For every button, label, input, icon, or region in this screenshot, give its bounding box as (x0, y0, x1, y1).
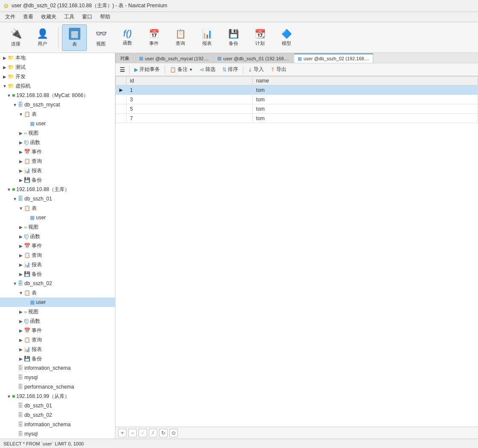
queries-02-label: 查询 (32, 336, 42, 344)
sidebar-item-reports-02[interactable]: ▶ 📊 报表 (0, 345, 115, 354)
cell-name-2[interactable]: tom (253, 95, 478, 104)
tab-user-02[interactable]: ▦ user @db_sszh_02 (192.168.... (294, 53, 373, 63)
sidebar-item-server-master[interactable]: ▼ ■ 192.168.10.88（主库） (0, 185, 115, 194)
sidebar-item-reports-01[interactable]: ▶ 📊 报表 (0, 260, 115, 269)
sidebar-item-db-mycat[interactable]: ▼ 🗄 db_sszh_mycat (0, 100, 115, 109)
sidebar-item-local[interactable]: ▶ 📁 本地 (0, 53, 115, 62)
cell-name-4[interactable]: tom (253, 114, 478, 123)
sidebar-item-funcs-02[interactable]: ▶ f() 函数 (0, 316, 115, 326)
query-button[interactable]: 📋 查询 (168, 24, 193, 51)
cancel-button[interactable]: ✗ (149, 429, 157, 437)
views-icon-01: ∞ (24, 225, 27, 230)
sidebar-item-queries-02[interactable]: ▶ 📋 查询 (0, 335, 115, 345)
event-icon: 📅 (149, 29, 159, 39)
table-row[interactable]: 5 tom (116, 104, 478, 114)
event-button[interactable]: 📅 事件 (142, 24, 166, 51)
filter-button[interactable]: ⊲ 筛选 (197, 65, 218, 75)
col-id[interactable]: id (127, 77, 253, 85)
sidebar-item-queries-01[interactable]: ▶ 📋 查询 (0, 251, 115, 260)
table-row[interactable]: ▶ 1 tom (116, 85, 478, 95)
sort-button[interactable]: ⇅ 排序 (219, 65, 241, 75)
sidebar-item-views-mycat[interactable]: ▶ ∞ 视图 (0, 128, 115, 138)
sidebar-item-db-02[interactable]: ▼ 🗄 db_sszh_02 (0, 279, 115, 288)
sidebar-item-tables-mycat[interactable]: ▼ 📋 表 (0, 109, 115, 119)
connect-button[interactable]: 🔌 连接 (3, 24, 28, 51)
sidebar-item-vm[interactable]: ▼ 📁 虚拟机 (0, 81, 115, 91)
sidebar-item-backup-01[interactable]: ▶ 💾 备份 (0, 269, 115, 279)
sidebar-item-slave-db01[interactable]: 🗄 db_sszh_01 (0, 401, 115, 410)
menu-file[interactable]: 文件 (2, 12, 19, 21)
notes-button[interactable]: 📋 备注 ▼ (167, 65, 196, 75)
reports-icon-01: 📊 (24, 262, 30, 268)
sidebar-item-funcs-01[interactable]: ▶ f() 函数 (0, 232, 115, 241)
table-button[interactable]: ▦ 表 (62, 24, 87, 51)
sidebar-item-slave-info[interactable]: 🗄 information_schema (0, 420, 115, 429)
report-button[interactable]: 📊 报表 (195, 24, 219, 51)
report-label: 报表 (202, 40, 212, 47)
sidebar-item-test[interactable]: ▶ 📁 测试 (0, 62, 115, 72)
table-row[interactable]: 7 tom (116, 114, 478, 123)
sidebar-item-reports-mycat[interactable]: ▶ 📊 报表 (0, 166, 115, 175)
sidebar-item-user-mycat[interactable]: ▦ user (0, 119, 115, 128)
cell-id-3[interactable]: 5 (127, 104, 253, 114)
tab-user-mycat[interactable]: ▦ user @db_sszh_mycat (192.... (135, 53, 212, 63)
expand-arrow-reports-02: ▶ (18, 347, 24, 352)
col-name[interactable]: name (253, 77, 478, 85)
import-button[interactable]: ⤓ 导入 (245, 65, 267, 75)
menu-favorites[interactable]: 收藏夹 (38, 12, 60, 21)
sidebar-item-backup-mycat[interactable]: ▶ 💾 备份 (0, 175, 115, 185)
sidebar-item-funcs-mycat[interactable]: ▶ f() 函数 (0, 138, 115, 147)
menu-tools[interactable]: 工具 (61, 12, 78, 21)
col-indicator (116, 77, 127, 85)
sidebar-item-user-01[interactable]: ▦ user (0, 213, 115, 222)
sidebar-item-server-slave[interactable]: ▼ ■ 192.168.10.99（从库） (0, 392, 115, 401)
cell-name-1[interactable]: tom (253, 85, 478, 95)
menu-view[interactable]: 查看 (20, 12, 37, 21)
delete-row-button[interactable]: − (128, 429, 137, 437)
export-button[interactable]: ⤒ 导出 (268, 65, 289, 75)
sidebar-item-events-02[interactable]: ▶ 📅 事件 (0, 326, 115, 335)
sidebar-item-events-mycat[interactable]: ▶ 📅 事件 (0, 147, 115, 156)
sidebar-item-slave-mysql[interactable]: 🗄 mysql (0, 429, 115, 439)
cell-id-4[interactable]: 7 (127, 114, 253, 123)
sidebar-item-mysql[interactable]: 🗄 mysql (0, 373, 115, 382)
sidebar-item-dev[interactable]: ▶ 📁 开发 (0, 72, 115, 81)
sidebar-item-db-01[interactable]: ▼ 🗄 db_sszh_01 (0, 194, 115, 203)
sidebar-item-slave-db02[interactable]: 🗄 db_sszh_02 (0, 410, 115, 420)
view-button[interactable]: 👓 视图 (89, 24, 113, 51)
tab-user-01[interactable]: ▦ user @db_sszh_01 (192.168.... (213, 53, 293, 63)
sidebar-item-backup-02[interactable]: ▶ 💾 备份 (0, 354, 115, 363)
cell-name-3[interactable]: tom (253, 104, 478, 114)
funcs-02-label: 函数 (30, 318, 40, 325)
sidebar-item-tables-02[interactable]: ▼ 📋 表 (0, 288, 115, 298)
confirm-button[interactable]: ✓ (139, 429, 147, 437)
sidebar-item-perf-schema[interactable]: 🗄 performance_schema (0, 382, 115, 392)
menu-window[interactable]: 窗口 (79, 12, 96, 21)
sidebar-item-views-02[interactable]: ▶ ∞ 视图 (0, 307, 115, 316)
stop-button[interactable]: ⊙ (169, 429, 178, 437)
begin-transaction-button[interactable]: ▶ 开始事务 (131, 65, 163, 75)
cell-id-1[interactable]: 1 (127, 85, 253, 95)
sidebar-item-views-01[interactable]: ▶ ∞ 视图 (0, 222, 115, 232)
add-row-button[interactable]: + (118, 429, 127, 437)
sidebar-item-info-schema[interactable]: 🗄 information_schema (0, 363, 115, 373)
function-button[interactable]: f() 函数 (115, 24, 140, 51)
db-icon-slave-02: 🗄 (18, 412, 23, 418)
menu-icon-button[interactable]: ☰ (117, 65, 127, 75)
db-icon-01: 🗄 (18, 196, 23, 202)
table-row[interactable]: 3 tom (116, 95, 478, 104)
refresh-button[interactable]: ↻ (159, 429, 168, 437)
sidebar-item-tables-01[interactable]: ▼ 📋 表 (0, 203, 115, 213)
menu-help[interactable]: 帮助 (97, 12, 114, 21)
sidebar-item-queries-mycat[interactable]: ▶ 📋 查询 (0, 156, 115, 166)
user-01-label: user (36, 215, 46, 221)
model-button[interactable]: 🔷 模型 (274, 24, 299, 51)
cell-id-2[interactable]: 3 (127, 95, 253, 104)
sidebar-item-server-mycat[interactable]: ▼ ■ 192.168.10.88（MyCat: 8066） (0, 91, 115, 100)
tab-object[interactable]: 对象 (115, 53, 134, 63)
plan-button[interactable]: 📆 计划 (248, 24, 272, 51)
user-button[interactable]: 👤 用户 (30, 24, 55, 51)
sidebar-item-user-02[interactable]: ▦ user (0, 298, 115, 307)
backup-button[interactable]: 💾 备份 (221, 24, 246, 51)
sidebar-item-events-01[interactable]: ▶ 📅 事件 (0, 241, 115, 251)
